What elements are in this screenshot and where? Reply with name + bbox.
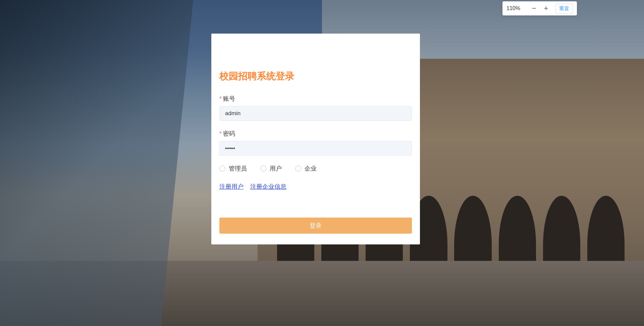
required-marker: * xyxy=(219,130,222,137)
username-label: *账号 xyxy=(219,95,412,103)
radio-label-admin: 管理员 xyxy=(229,165,247,173)
username-input[interactable] xyxy=(219,106,412,121)
zoom-level-label: 110% xyxy=(506,5,527,11)
radio-label-company: 企业 xyxy=(305,165,317,173)
role-radio-admin[interactable]: 管理员 xyxy=(219,165,247,173)
password-form-item: *密码 xyxy=(219,130,412,156)
zoom-in-button[interactable]: + xyxy=(541,4,551,13)
role-radio-group: 管理员 用户 企业 xyxy=(219,165,412,173)
register-user-link[interactable]: 注册用户 xyxy=(219,183,244,191)
register-links: 注册用户 注册企业信息 xyxy=(219,183,412,191)
role-radio-company[interactable]: 企业 xyxy=(295,165,317,173)
username-form-item: *账号 xyxy=(219,95,412,121)
radio-label-user: 用户 xyxy=(270,165,282,173)
login-button[interactable]: 登录 xyxy=(219,218,412,234)
radio-icon xyxy=(219,166,225,172)
zoom-control-bar: 110% − + 重置 xyxy=(502,1,577,15)
radio-icon xyxy=(260,166,266,172)
required-marker: * xyxy=(219,95,222,102)
login-panel: 校园招聘系统登录 *账号 *密码 管理员 用户 xyxy=(211,34,420,244)
radio-icon xyxy=(295,166,301,172)
register-company-link[interactable]: 注册企业信息 xyxy=(250,183,286,191)
login-title: 校园招聘系统登录 xyxy=(219,70,412,83)
zoom-out-button[interactable]: − xyxy=(529,4,539,13)
password-input[interactable] xyxy=(219,141,412,156)
password-label: *密码 xyxy=(219,130,412,138)
zoom-reset-button[interactable]: 重置 xyxy=(555,4,573,13)
role-radio-user[interactable]: 用户 xyxy=(260,165,282,173)
username-label-text: 账号 xyxy=(223,95,235,102)
password-label-text: 密码 xyxy=(223,130,235,137)
